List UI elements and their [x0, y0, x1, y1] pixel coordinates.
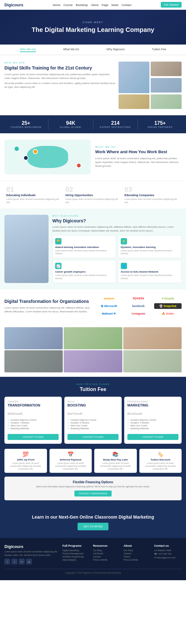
nav-item-bootstrap[interactable]: Bootstrap	[76, 3, 88, 7]
nav-item-news[interactable]: News	[111, 3, 119, 7]
plan-type-2: PROFESSIONAL	[127, 400, 178, 403]
gallery-item-5	[123, 350, 182, 372]
cta-title: Learn in our Next-Gen Online Classroom D…	[13, 514, 173, 521]
plan-feature-2-0: Includes Digicours Course	[127, 419, 178, 421]
pay-icon-1: 📅	[52, 451, 90, 457]
map-avatar-4	[76, 163, 81, 168]
flexible-btn[interactable]: CONTACT ADMISSIONS	[74, 491, 112, 497]
social-twitter[interactable]: t	[12, 559, 17, 564]
digital-title: Digital Transformation for Organizations	[4, 298, 91, 304]
plan-feature-1-0: Includes Digicours Course	[67, 419, 119, 421]
stat-alumni: 94K GLOBAL ALUMNI	[49, 119, 93, 129]
why-card-desc-3: Lorem ipsum dolor sit amet curae loborti…	[121, 274, 179, 280]
who-para1: Lorem ipsum dolor sit amet consectetur a…	[4, 73, 115, 80]
why-card-title-1: Dynamic, innovative learning	[121, 246, 179, 249]
footer-link-0-0[interactable]: Digital Marketing	[62, 549, 90, 551]
plan-btn-2[interactable]: CONTACT PLANS	[127, 434, 178, 440]
footer-col-contact: Contact us ● S Balietrn Hello ☎ +123 456…	[154, 544, 182, 564]
step-title-1: Hiring Opportunities	[65, 194, 120, 197]
footer-link-1-0[interactable]: Our Blog	[93, 549, 120, 551]
nav-item-about[interactable]: About	[91, 3, 99, 7]
brand-tinder: 🔥 tinder	[154, 311, 182, 316]
who-image-5	[151, 94, 182, 109]
gallery-item-4	[64, 350, 122, 372]
why-card-title-0: Award-winning innovative education	[55, 246, 113, 249]
pay-title-0: 100% Up Front	[7, 458, 44, 461]
get-started-button[interactable]: Get Started	[161, 2, 182, 8]
why-desc: Lorem ipsum dolor sit amet consectetur a…	[52, 225, 182, 233]
plan-btn-0[interactable]: CONTACT PLANS	[8, 434, 59, 440]
why-section: WHY DIGICOURS Why Digicours? Lorem ipsum…	[0, 208, 186, 289]
footer-link-2-1[interactable]: Careers	[124, 552, 151, 555]
nav-item-home[interactable]: Home	[53, 3, 60, 7]
pricing-card-2: PROFESSIONAL MARKETING $510/month Includ…	[124, 397, 182, 444]
plan-period-0: /month	[14, 412, 23, 415]
who-title: Digital Skills Training for the 21st Cen…	[4, 65, 115, 71]
footer-link-1-2[interactable]: Careers	[93, 556, 120, 558]
flexible-title: Flexible Financing Options	[8, 480, 178, 484]
stats-bar: 25+ COURSES WORLDWIDE 94K GLOBAL ALUMNI …	[0, 115, 186, 133]
footer-link-0-1[interactable]: Product Management	[62, 552, 90, 555]
nav-item-contact[interactable]: Contact	[122, 3, 131, 7]
why-card-title-2: Career growth employers	[55, 270, 113, 273]
footer-link-2-3[interactable]: Press & Media	[124, 559, 151, 561]
footer-copyright: Copyright © 2023 Digicours | Powered by …	[4, 569, 182, 574]
social-facebook[interactable]: f	[4, 559, 10, 564]
footer-link-1-3[interactable]: Press & Media	[93, 559, 120, 561]
footer-link-0-2[interactable]: Software Engineering	[62, 556, 90, 558]
pricing-card-1: SKILL BOOSTING $447/month Includes Digic…	[64, 397, 122, 444]
brand-snapchat: 👻 Snapchat	[154, 303, 182, 309]
sub-nav-what[interactable]: What We Do	[63, 47, 79, 52]
stat-num-0: 25+	[5, 120, 47, 126]
hero-title: The Digital Marketing Learning Company	[32, 26, 154, 34]
step-1: 02 Hiring Opportunities Lorem ipsum dolo…	[63, 185, 122, 204]
why-card-desc-2: Lorem ipsum dolor sit amet curae loborti…	[55, 274, 113, 280]
plan-features-1: Includes Digicours Course Duration: 6 Mo…	[67, 419, 119, 430]
step-num-1: 02	[65, 185, 120, 194]
who-image-2	[151, 62, 182, 76]
map-avatar-3	[33, 149, 38, 154]
who-image-4	[119, 94, 149, 109]
sub-nav-who[interactable]: Who We Are	[20, 47, 36, 52]
step-desc-2: Lorem ipsum dolor sit amet consectetur a…	[125, 198, 180, 204]
contact-website: ✉ www.digicours.com	[154, 557, 182, 559]
plan-feature-2-3: Boarding Materials	[127, 427, 178, 430]
social-youtube[interactable]: yt	[26, 559, 32, 564]
footer-link-2-0[interactable]: Our Story	[124, 549, 151, 551]
why-image	[4, 215, 49, 283]
step-desc-1: Lorem ipsum dolor sit amet consectetur a…	[65, 198, 120, 204]
footer-col-programs: Full Programs Digital Marketing Product …	[62, 544, 90, 564]
who-text: WHO WE ARE Digital Skills Training for t…	[4, 62, 115, 109]
stat-partners: 175+ HIRING PARTNERS	[138, 119, 182, 129]
why-card-1: ⚡ Dynamic, innovative learning Lorem ips…	[118, 235, 182, 258]
why-card-title-3: Access to GAs Alumni Network	[121, 270, 179, 273]
plan-btn-1[interactable]: CONTACT PLANS	[67, 434, 119, 440]
nav-item-page[interactable]: Page	[102, 3, 108, 7]
nav-item-course[interactable]: Course	[63, 3, 73, 7]
why-card-icon-3: 🌐	[121, 263, 127, 269]
why-title: Why Digicours?	[52, 218, 182, 223]
brand-amazon: amazon	[95, 296, 123, 301]
footer-col-about: About Our Story Careers Teams Press & Me…	[124, 544, 151, 564]
footer-col-title-1: Resources	[93, 544, 120, 547]
why-card-icon-1: ⚡	[121, 238, 127, 244]
flexible-desc: Want more information about Digicours's …	[8, 485, 178, 489]
plan-feature-0-2: Meet Your Coach	[8, 424, 59, 427]
sub-nav-why[interactable]: Why Digicours	[107, 47, 125, 52]
stat-label-3: HIRING PARTNERS	[139, 126, 181, 128]
footer-col-title-0: Full Programs	[62, 544, 90, 547]
cta-button[interactable]: GET STARTED	[78, 523, 108, 530]
plan-feature-0-3: Boarding Materials	[8, 427, 59, 430]
footer-link-1-1[interactable]: Job Board	[93, 552, 120, 555]
social-linkedin[interactable]: in	[19, 559, 25, 564]
footer-link-0-3[interactable]: Data Analytics	[62, 559, 90, 561]
plan-feature-1-2: Meet Your Coach	[67, 424, 119, 427]
gallery-item-3	[4, 350, 63, 372]
footer-link-2-2[interactable]: Teams	[124, 556, 151, 558]
sub-nav-tuition[interactable]: Tuition Fee	[152, 47, 166, 52]
step-title-2: Educating Companies	[125, 194, 180, 197]
digital-section: Digital Transformation for Organizations…	[0, 289, 186, 323]
payment-discount: 🏷️ Tuition Discount Lorem ipsum dolor si…	[139, 449, 182, 473]
payment-deferred: 📅 Deferred Payment Lorem ipsum dolor sit…	[49, 449, 92, 473]
work-section: WHAT WE DO Work Where and How You Work B…	[0, 133, 186, 181]
